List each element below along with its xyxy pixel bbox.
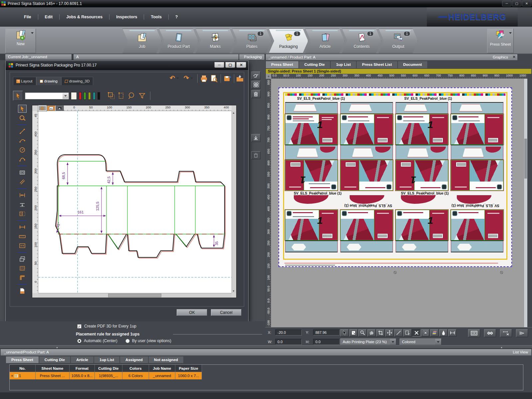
tab-press-sheet[interactable]: Press Sheet — [266, 61, 298, 68]
col-paper-size[interactable]: Paper Size — [175, 365, 202, 372]
move-tool[interactable] — [385, 329, 394, 336]
part-tab[interactable]: A — [74, 54, 239, 60]
cut-tool[interactable] — [412, 329, 421, 336]
press-sheet[interactable]: SV_ELS_PeakPatrol_blue (1) SV_ELS_PeakPa… — [278, 87, 512, 267]
step-marks[interactable]: Marks — [196, 29, 235, 53]
col-no[interactable]: No. — [10, 365, 36, 372]
col-colors[interactable]: Colors — [122, 365, 149, 372]
hatch-fill-tool[interactable] — [18, 264, 27, 272]
select-arrow-icon[interactable] — [390, 339, 396, 345]
drawing-h-scrollbar[interactable] — [38, 293, 232, 298]
lasso-button[interactable] — [127, 92, 136, 100]
scroll-up-arrow[interactable]: ▲ — [232, 111, 235, 114]
swatch-red[interactable] — [79, 92, 82, 100]
step-product-part[interactable]: Product Part — [159, 29, 198, 53]
scroll-thumb[interactable] — [524, 139, 527, 179]
drawing-v-scrollbar[interactable]: ▲▼ — [232, 111, 236, 293]
dialog-maximize-button[interactable]: ▢ — [225, 62, 235, 68]
swatch-teal[interactable] — [93, 92, 95, 100]
display-mode-select[interactable]: Colored — [400, 338, 442, 345]
press-sheet-button[interactable]: Press Sheet — [487, 29, 514, 53]
corner-pattern-tool[interactable] — [18, 274, 27, 282]
press-sheet-caret[interactable] — [509, 32, 512, 34]
scroll-thumb[interactable] — [108, 294, 161, 297]
length-tool[interactable] — [18, 223, 27, 231]
redo-button[interactable]: ↷ — [184, 74, 189, 82]
zoom-level-select[interactable]: Auto Printing Plate (23 %) — [340, 338, 396, 345]
step-plates[interactable]: Plates 1 — [232, 29, 271, 53]
rectangle-tool[interactable] — [18, 169, 27, 177]
scroll-down-arrow[interactable]: ▼ — [232, 290, 235, 293]
color-tool[interactable] — [430, 329, 439, 336]
tab-not-assigned[interactable]: Not assigned — [149, 356, 183, 363]
tab-layout[interactable]: Layout — [13, 77, 36, 85]
tab-article[interactable]: Article — [71, 356, 93, 363]
select-tool[interactable] — [18, 105, 27, 113]
ruler-corner[interactable]: ＋ — [266, 74, 271, 79]
swatch-white[interactable] — [71, 92, 77, 100]
menu-file[interactable]: File — [19, 13, 36, 21]
menu-inspectors[interactable]: Inspectors — [111, 13, 142, 21]
duplicate-tool[interactable] — [18, 255, 27, 263]
menu-tools[interactable]: Tools — [146, 13, 166, 21]
undo-caret[interactable] — [176, 77, 179, 79]
zoom-tool[interactable] — [358, 329, 367, 336]
ruler-tool[interactable] — [18, 232, 27, 240]
y-field[interactable]: 887.96 — [313, 330, 340, 335]
radio-dot[interactable] — [77, 339, 82, 343]
col-cutting-die[interactable]: Cutting Die — [95, 365, 122, 372]
import-1up-button[interactable] — [251, 134, 261, 142]
hatch-area-tool[interactable] — [18, 210, 27, 218]
sheet-view-button[interactable] — [468, 329, 480, 337]
apply-tool-button[interactable] — [251, 71, 261, 79]
print-button[interactable] — [200, 74, 208, 82]
new-button[interactable]: New — [5, 29, 36, 53]
minimize-button[interactable]: ─ — [502, 1, 511, 6]
current-job-tab[interactable]: Current Job:_unnamed — [5, 54, 72, 60]
tab-1up-list[interactable]: 1up List — [331, 61, 356, 68]
measure-tool[interactable] — [448, 329, 456, 336]
close-button[interactable]: ✕ — [522, 1, 531, 6]
col-sheet-name[interactable]: Sheet Name — [36, 365, 70, 372]
col-format[interactable]: Format — [70, 365, 95, 372]
tab-document[interactable]: Document — [398, 61, 427, 68]
x-field[interactable]: -20.0 — [275, 330, 302, 335]
panel-splitter[interactable]: ▲▲ — [0, 345, 532, 348]
delete-1up-button[interactable] — [251, 151, 261, 159]
menu-edit[interactable]: Edit — [40, 13, 58, 21]
export-button[interactable] — [223, 74, 232, 82]
swatch-green[interactable] — [84, 92, 86, 100]
preview-mode-button[interactable] — [516, 329, 528, 337]
zoom-mode-button[interactable] — [38, 105, 47, 111]
maximize-button[interactable]: ▢ — [512, 1, 521, 6]
redo-caret[interactable] — [190, 77, 193, 79]
undo-button[interactable]: ↶ — [170, 74, 175, 82]
pan-tool[interactable] — [367, 329, 376, 336]
list-view-label[interactable]: List View — [513, 349, 528, 355]
select-arrow-icon[interactable] — [435, 339, 441, 345]
tab-1up-list[interactable]: 1up List — [94, 356, 119, 363]
filter-button[interactable] — [138, 92, 146, 100]
dialog-title-bar[interactable]: Prinect Signa Station Packaging Pro 17.0… — [6, 61, 248, 70]
h-field[interactable]: 0.0 — [313, 339, 340, 345]
bleed-box-button[interactable] — [117, 92, 125, 100]
dimension-tool[interactable] — [18, 191, 27, 199]
create-pdf3d-checkbox[interactable]: ✓ — [77, 324, 82, 329]
tab-press-sheet[interactable]: Press Sheet — [6, 356, 39, 363]
menu-jobs-resources[interactable]: Jobs & Resources — [62, 13, 107, 21]
dialog-close-button[interactable]: ✕ — [236, 62, 246, 68]
grid-view-button[interactable] — [251, 81, 261, 89]
circle-tool[interactable] — [18, 146, 27, 154]
delete-button[interactable] — [251, 90, 261, 98]
step-job[interactable]: Job — [122, 29, 162, 53]
press-sheet-canvas[interactable]: SV_ELS_PeakPatrol_blue (1) SV_ELS_PeakPa… — [271, 79, 527, 327]
cancel-button[interactable]: Cancel — [211, 309, 242, 316]
import-button[interactable] — [236, 74, 244, 82]
parallel-tool[interactable] — [18, 178, 27, 186]
line-tool[interactable] — [394, 329, 403, 336]
radio-dot[interactable] — [125, 339, 130, 343]
radio-automatic[interactable]: Automatic (Center) — [77, 338, 117, 343]
step-article[interactable]: Article — [305, 29, 345, 53]
step-packaging[interactable]: Packaging 1 — [269, 29, 308, 53]
arc-tool[interactable] — [18, 137, 27, 145]
